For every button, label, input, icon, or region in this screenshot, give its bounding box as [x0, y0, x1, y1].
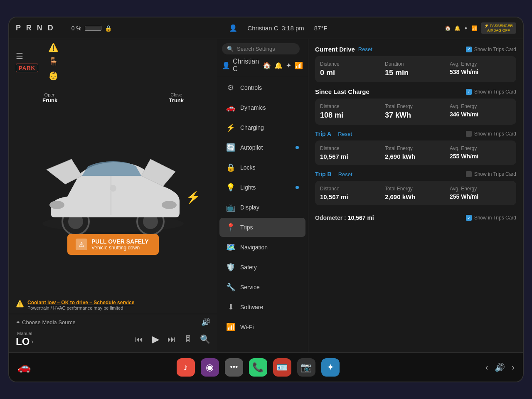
- trunk-label[interactable]: Close Trunk: [169, 92, 184, 103]
- dots-app-button[interactable]: •••: [225, 358, 243, 377]
- back-arrow-icon[interactable]: ‹: [485, 362, 488, 372]
- menu-item-controls[interactable]: ⚙ Controls: [219, 78, 305, 97]
- menu-item-service[interactable]: 🔧 Service: [219, 278, 305, 297]
- seatbelt-icon: 🪑: [48, 57, 59, 66]
- frunk-label[interactable]: Open Frunk: [42, 92, 57, 103]
- software-label: Software: [240, 304, 263, 310]
- service-label: Service: [240, 284, 260, 291]
- slc-distance-label: Distance: [320, 103, 382, 109]
- car-view-area: Open Frunk Close Trunk: [9, 84, 217, 296]
- airbag-warning: ⚡ PASSENGER AIRBAG OFF: [481, 22, 516, 34]
- music-icon: ♪: [183, 362, 188, 373]
- car-taskbar-icon[interactable]: 🚗: [17, 361, 31, 374]
- purple-app-button[interactable]: ◉: [201, 358, 219, 377]
- cd-energy-value: 538 Wh/mi: [450, 69, 511, 75]
- trip-a-title: Trip A: [315, 131, 331, 137]
- slc-energy: Total Energy 37 kWh: [385, 103, 446, 120]
- navigation-icon: 🗺️: [226, 243, 235, 252]
- menu-item-wifi[interactable]: 📶 Wi-Fi: [219, 318, 305, 337]
- card-app-button[interactable]: 🪪: [273, 358, 291, 377]
- settings-menu: ⚙ Controls 🚗 Dynamics ⚡ Charging 🔄 Autop…: [217, 77, 308, 352]
- user-icon-settings: 👤: [222, 62, 230, 69]
- current-drive-section: Current Drive Reset ✓ Show in Trips Card…: [315, 46, 516, 82]
- menu-item-locks[interactable]: 🔒 Locks: [219, 158, 305, 177]
- slc-energy-label: Total Energy: [385, 103, 446, 109]
- trip-a-trips-card[interactable]: Show in Trips Card: [466, 131, 516, 137]
- cd-duration-value: 15 min: [385, 69, 446, 77]
- menu-item-dynamics[interactable]: 🚗 Dynamics: [219, 98, 305, 117]
- ta-distance-value: 10,567 mi: [320, 153, 382, 160]
- bluetooth-media-icon: ✦: [16, 319, 20, 325]
- menu-item-navigation[interactable]: 🗺️ Navigation: [219, 238, 305, 257]
- phone-app-button[interactable]: 📞: [249, 358, 267, 377]
- search-media-icon[interactable]: 🔍: [200, 334, 210, 344]
- skip-back-icon[interactable]: ⏮: [135, 335, 143, 344]
- lights-dot: [296, 186, 299, 189]
- slc-avg-value: 346 Wh/mi: [450, 111, 511, 118]
- controls-label: Controls: [240, 84, 262, 91]
- purple-app-icon: ◉: [206, 362, 214, 373]
- current-drive-reset[interactable]: Reset: [358, 46, 372, 52]
- trips-label: Trips: [240, 224, 253, 231]
- wifi-label: Wi-Fi: [240, 324, 254, 330]
- menu-item-safety[interactable]: 🛡️ Safety: [219, 258, 305, 277]
- trip-b-stats: Distance 10,567 mi Total Energy 2,690 kW…: [315, 181, 516, 205]
- bt-icon: ✦: [327, 362, 334, 373]
- taskbar-left: 🚗: [17, 361, 31, 374]
- tb-energy-label: Total Energy: [385, 186, 446, 192]
- car-svg: [34, 132, 192, 249]
- menu-item-software[interactable]: ⬇ Software: [219, 298, 305, 317]
- cd-duration-label: Duration: [385, 61, 446, 67]
- bluetooth-settings-icon: ✦: [286, 62, 291, 69]
- camera-icon: 📷: [300, 362, 312, 373]
- media-source[interactable]: ✦ Choose Media Source: [16, 319, 76, 325]
- taskbar: 🚗 ♪ ◉ ••• 📞 🪪 📷 ✦: [9, 352, 523, 382]
- media-row: ✦ Choose Media Source 🔊: [16, 318, 210, 327]
- slc-avg-energy: Avg. Energy 346 Wh/mi: [450, 103, 511, 120]
- trip-b-reset[interactable]: Reset: [338, 171, 352, 177]
- current-drive-duration: Duration 15 min: [385, 61, 446, 77]
- skip-forward-icon[interactable]: ⏭: [167, 335, 176, 344]
- trip-a-energy: Total Energy 2,690 kWh: [385, 145, 446, 160]
- display-label: Display: [240, 204, 259, 211]
- charging-label: Charging: [240, 124, 264, 131]
- media-source-label: Choose Media Source: [22, 319, 76, 325]
- odometer-label: Odometer :: [315, 214, 346, 221]
- trip-b-trips-card[interactable]: Show in Trips Card: [466, 171, 516, 177]
- battery-bar: [85, 26, 101, 31]
- dynamics-label: Dynamics: [240, 104, 266, 111]
- trip-b-header: Trip B Reset Show in Trips Card: [315, 171, 516, 177]
- music-app-button[interactable]: ♪: [177, 358, 195, 377]
- menu-item-trips[interactable]: 📍 Trips: [219, 218, 305, 237]
- search-box[interactable]: 🔍 Search Settings: [222, 43, 300, 54]
- odometer-trips-card[interactable]: ✓ Show in Trips Card: [466, 215, 516, 221]
- svg-point-8: [110, 185, 116, 192]
- menu-item-display[interactable]: 📺 Display: [219, 198, 305, 217]
- manual-label: Manual: [16, 331, 34, 336]
- top-status-bar: P R N D 0 % 🔒 👤 Christian C 3:18 pm 87°F…: [9, 17, 523, 39]
- menu-item-autopilot[interactable]: 🔄 Autopilot: [219, 138, 305, 157]
- display-icon: 📺: [226, 203, 235, 212]
- ta-energy-label: Total Energy: [385, 145, 446, 151]
- menu-item-lights[interactable]: 💡 Lights: [219, 178, 305, 197]
- play-icon[interactable]: ▶: [152, 333, 159, 345]
- forward-arrow-icon[interactable]: ›: [512, 362, 515, 372]
- battery-info: 0 % 🔒: [71, 25, 112, 32]
- bt-app-button[interactable]: ✦: [321, 358, 340, 377]
- trip-a-distance: Distance 10,567 mi: [320, 145, 382, 160]
- menu-item-charging[interactable]: ⚡ Charging: [219, 118, 305, 137]
- slc-distance-value: 108 mi: [320, 111, 382, 120]
- equalizer-icon[interactable]: 🎛: [184, 335, 192, 344]
- since-last-charge-title: Since Last Charge: [315, 88, 369, 95]
- autopilot-icon: 🔄: [226, 143, 235, 152]
- tb-avg-value: 255 Wh/mi: [450, 193, 511, 200]
- trip-a-reset[interactable]: Reset: [338, 131, 352, 137]
- volume-taskbar-icon[interactable]: 🔊: [495, 362, 505, 372]
- camera-app-button[interactable]: 📷: [297, 358, 315, 377]
- user-time-display: Christian C 3:18 pm: [247, 25, 304, 32]
- current-drive-trips-card[interactable]: ✓ Show in Trips Card: [466, 47, 516, 52]
- coolant-warning-icon: ⚠️: [16, 300, 24, 308]
- menu-icon[interactable]: ☰: [16, 51, 38, 61]
- slc-trips-card[interactable]: ✓ Show in Trips Card: [466, 89, 516, 95]
- locks-label: Locks: [240, 164, 256, 171]
